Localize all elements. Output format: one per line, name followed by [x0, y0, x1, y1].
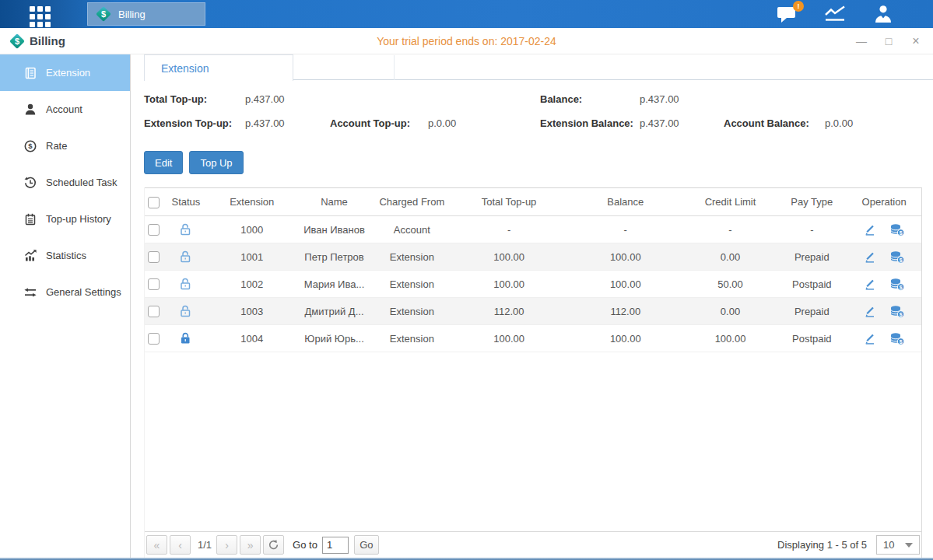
sidebar-item-label: General Settings: [46, 286, 121, 298]
table-row[interactable]: 1000 Иван Иванов Account - - - - $: [145, 216, 921, 243]
window-titlebar: $ Billing Your trial period ends on: 201…: [0, 28, 933, 54]
ledger-icon: [23, 66, 37, 80]
balance-label: Balance:: [540, 93, 582, 105]
extension-cell: 1003: [209, 306, 296, 317]
last-page-button[interactable]: »: [240, 535, 261, 555]
top-up-button[interactable]: Top Up: [189, 151, 243, 174]
sidebar-item-rate[interactable]: $ Rate: [0, 128, 130, 164]
credit-limit-cell: 50.00: [684, 278, 777, 290]
table-body: 1000 Иван Иванов Account - - - - $: [145, 216, 921, 352]
dollar-circle-icon: $: [23, 139, 37, 153]
row-checkbox[interactable]: [148, 251, 160, 263]
sidebar-item-general-settings[interactable]: General Settings: [0, 274, 130, 310]
credit-limit-cell: 100.00: [684, 333, 777, 345]
user-account-icon[interactable]: [872, 3, 895, 25]
charged-from-cell: Extension: [373, 251, 451, 263]
first-page-button[interactable]: «: [146, 535, 167, 555]
sidebar-item-statistics[interactable]: Statistics: [0, 237, 130, 274]
taskbar-tab-billing[interactable]: $ Billing: [87, 2, 205, 26]
topup-icon[interactable]: $: [889, 278, 905, 291]
refresh-button[interactable]: [263, 535, 284, 555]
col-operation: Operation: [847, 196, 921, 208]
app-launcher-grid-icon[interactable]: [30, 6, 51, 27]
reports-chart-icon[interactable]: [823, 3, 847, 25]
balance-cell: 112.00: [567, 306, 684, 317]
svg-text:$: $: [899, 311, 902, 317]
balance-cell: -: [567, 224, 684, 236]
tab-strip-divider: [394, 55, 395, 80]
topup-icon[interactable]: $: [889, 305, 905, 318]
edit-icon[interactable]: [864, 223, 877, 236]
close-button[interactable]: ×: [910, 35, 922, 47]
col-charged-from: Charged From: [373, 196, 451, 208]
edit-icon[interactable]: [864, 332, 877, 345]
col-credit-limit: Credit Limit: [684, 196, 777, 208]
lock-open-icon: [179, 250, 192, 264]
edit-icon[interactable]: [864, 250, 877, 263]
extension-topup-label: Extension Top-up:: [144, 117, 232, 129]
next-page-button[interactable]: ›: [216, 535, 237, 555]
sidebar-item-account[interactable]: Account: [0, 91, 130, 128]
lock-closed-icon: [179, 331, 192, 345]
lock-open-icon: [179, 304, 192, 318]
person-icon: [23, 103, 37, 117]
credit-limit-cell: -: [684, 224, 777, 236]
row-checkbox[interactable]: [148, 224, 160, 236]
sliders-icon: [23, 285, 37, 299]
edit-button[interactable]: Edit: [144, 151, 183, 174]
edit-icon[interactable]: [864, 305, 877, 317]
taskbar-tab-label: Billing: [118, 9, 146, 20]
svg-text:$: $: [28, 142, 33, 150]
balance-cell: 100.00: [567, 333, 684, 345]
tab-strip: Extension: [132, 54, 933, 80]
sidebar-item-extension[interactable]: Extension: [0, 54, 130, 91]
row-checkbox[interactable]: [148, 278, 160, 290]
sidebar-item-label: Statistics: [46, 250, 86, 261]
extension-cell: 1002: [209, 278, 296, 290]
page-size-select[interactable]: 10: [876, 535, 920, 555]
row-checkbox[interactable]: [148, 306, 160, 317]
chevron-down-icon: [905, 543, 913, 548]
total-topup-cell: 100.00: [451, 251, 567, 263]
history-clock-icon: [23, 176, 37, 190]
select-all-checkbox[interactable]: [148, 197, 160, 208]
table-row[interactable]: 1002 Мария Ива... Extension 100.00 100.0…: [145, 271, 921, 298]
edit-icon[interactable]: [864, 278, 877, 290]
tab-label: Extension: [161, 62, 209, 75]
go-button[interactable]: Go: [354, 535, 379, 555]
total-topup-label: Total Top-up:: [144, 93, 207, 105]
charged-from-cell: Extension: [373, 278, 451, 290]
minimize-button[interactable]: —: [855, 35, 868, 47]
topup-icon[interactable]: $: [889, 223, 905, 236]
row-checkbox[interactable]: [148, 333, 160, 345]
total-topup-cell: 112.00: [451, 306, 567, 317]
extension-topup-value: p.437.00: [245, 117, 285, 129]
sidebar-item-label: Extension: [46, 67, 90, 79]
topup-icon[interactable]: $: [889, 332, 905, 345]
extension-cell: 1001: [209, 251, 296, 263]
balance-cell: 100.00: [567, 278, 684, 290]
svg-text:$: $: [899, 284, 902, 290]
credit-limit-cell: 0.00: [684, 251, 777, 263]
tab-extension[interactable]: Extension: [144, 54, 293, 81]
col-extension: Extension: [209, 196, 296, 208]
topup-icon[interactable]: $: [889, 250, 905, 264]
col-name: Name: [296, 196, 374, 208]
extension-balance-label: Extension Balance:: [540, 117, 633, 129]
goto-page-input[interactable]: [322, 537, 349, 554]
table-row[interactable]: 1003 Дмитрий Д... Extension 112.00 112.0…: [145, 298, 921, 325]
charged-from-cell: Extension: [373, 333, 451, 345]
maximize-button[interactable]: □: [882, 35, 895, 47]
account-topup-label: Account Top-up:: [330, 117, 410, 129]
sidebar-item-scheduled-task[interactable]: Scheduled Task: [0, 164, 130, 201]
prev-page-button[interactable]: ‹: [170, 535, 191, 555]
sidebar-item-label: Account: [46, 103, 82, 115]
messages-icon[interactable]: !: [775, 3, 798, 25]
taskbar: $ Billing !: [0, 0, 933, 28]
table-row[interactable]: 1004 Юрий Юрь... Extension 100.00 100.00…: [145, 325, 921, 352]
main-content: Extension Total Top-up: p.437.00 Balance…: [132, 54, 933, 558]
pay-type-cell: Prepaid: [777, 251, 847, 263]
table-header: Status Extension Name Charged From Total…: [145, 187, 921, 216]
sidebar-item-topup-history[interactable]: Top-up History: [0, 201, 130, 237]
table-row[interactable]: 1001 Петр Петров Extension 100.00 100.00…: [145, 243, 921, 271]
